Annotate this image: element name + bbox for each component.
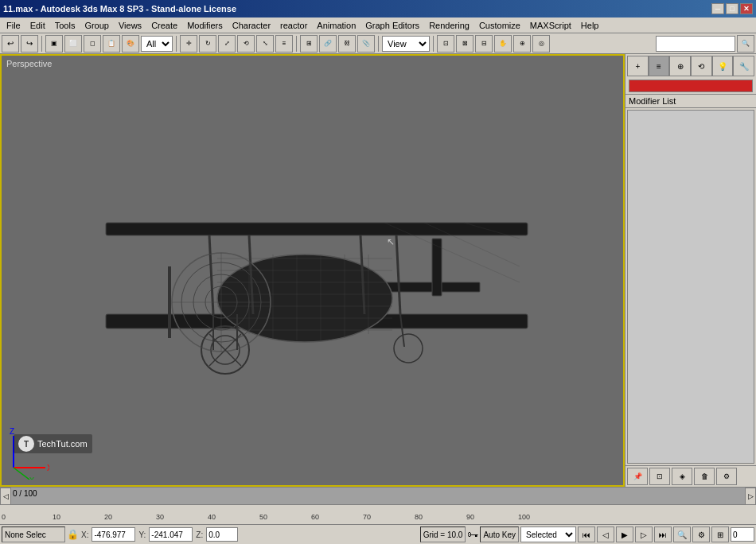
selection-status: None Selec [2, 527, 65, 542]
hierarchy-tab[interactable]: ⊕ [669, 56, 691, 76]
unlink-button[interactable]: ⛓ [338, 35, 356, 52]
menu-views[interactable]: Views [114, 19, 146, 32]
z-coordinate-input[interactable] [206, 527, 238, 542]
menu-create[interactable]: Create [146, 19, 182, 32]
title-bar: 11.max - Autodesk 3ds Max 8 SP3 - Stand-… [0, 0, 756, 17]
make-unique-button[interactable]: ◈ [672, 468, 692, 485]
create-tab[interactable]: + [627, 56, 649, 76]
search-button[interactable]: 🔍 [673, 527, 691, 542]
maximize-button[interactable]: □ [726, 3, 738, 14]
play-button[interactable]: ▶ [616, 527, 633, 542]
menu-file[interactable]: File [2, 19, 25, 32]
pin-stack-button[interactable]: 📌 [627, 468, 648, 485]
menu-customize[interactable]: Customize [474, 19, 525, 32]
settings-button[interactable]: ⚙ [692, 527, 710, 542]
menu-graph-editors[interactable]: Graph Editors [360, 19, 424, 32]
y-coordinate-input[interactable] [149, 527, 193, 542]
selected-dropdown[interactable]: Selected [520, 527, 576, 542]
menu-tools[interactable]: Tools [50, 19, 80, 32]
ruler-tick-100: 100 [518, 513, 530, 521]
select-scale-button[interactable]: ⟲ [237, 35, 255, 52]
color-row [625, 78, 756, 94]
select-button[interactable]: ▣ [45, 35, 63, 52]
menu-reactor[interactable]: reactor [275, 19, 312, 32]
utilities-tab[interactable]: 🔧 [733, 56, 754, 76]
grid-info: Grid = 10.0 [420, 527, 466, 542]
zoom-all-button[interactable]: ⊠ [456, 35, 473, 52]
prev-frame-button[interactable]: ◁ [597, 527, 614, 542]
watermark: T TechTut.com [14, 434, 92, 453]
zoom-region-button[interactable]: ⊟ [475, 35, 493, 52]
close-button[interactable]: ✕ [740, 3, 753, 14]
timeline-right-arrow[interactable]: ▷ [745, 488, 756, 505]
ruler-area: 0 10 20 30 40 50 60 70 80 90 100 [0, 505, 756, 523]
svg-text:X: X [47, 464, 49, 472]
ruler-tick-80: 80 [415, 513, 423, 521]
move-button[interactable]: ✛ [180, 35, 197, 52]
key-icon: 🗝 [467, 528, 478, 541]
modifier-list-area[interactable] [627, 110, 754, 464]
ruler-tick-60: 60 [311, 513, 319, 521]
minimize-button[interactable]: ─ [711, 3, 724, 14]
named-sel-button[interactable]: 🔍 [737, 35, 754, 52]
modify-tab[interactable]: ≡ [649, 56, 670, 76]
undo-button[interactable]: ↩ [2, 35, 19, 52]
frame-input[interactable] [731, 527, 754, 542]
svg-point-4 [217, 255, 392, 342]
align-button[interactable]: ≡ [275, 35, 293, 52]
toolbar-separator-4 [378, 36, 379, 52]
viewport[interactable]: Perspective [0, 54, 625, 487]
link-button[interactable]: 🔗 [319, 35, 337, 52]
select-name-button[interactable]: 📋 [103, 35, 120, 52]
extra-controls: 🔍 ⚙ ⊞ [673, 527, 729, 542]
motion-tab[interactable]: ⟲ [691, 56, 712, 76]
menu-character[interactable]: Character [228, 19, 275, 32]
menu-group[interactable]: Group [80, 19, 114, 32]
x-label: X: [80, 530, 90, 539]
menu-edit[interactable]: Edit [25, 19, 50, 32]
select-object-button[interactable]: ◻ [84, 35, 101, 52]
layout-button[interactable]: ⊞ [711, 527, 729, 542]
menu-maxscript[interactable]: MAXScript [525, 19, 576, 32]
show-end-result-button[interactable]: ⊡ [649, 468, 670, 485]
modifier-list-label[interactable]: Modifier List [625, 94, 756, 108]
timeline-left-arrow[interactable]: ◁ [0, 488, 11, 505]
field-of-view-button[interactable]: ◎ [532, 35, 550, 52]
scale-button[interactable]: ⤢ [218, 35, 236, 52]
rotate-button[interactable]: ↻ [199, 35, 216, 52]
toolbar-separator-2 [176, 36, 177, 52]
timeline-slider[interactable]: 0 / 100 [11, 488, 745, 504]
status-bar: None Selec 🔒 X: Y: Z: Grid = 10.0 🗝 Auto… [0, 524, 756, 544]
search-input[interactable] [656, 36, 735, 52]
ruler-tick-50: 50 [259, 513, 267, 521]
display-tab[interactable]: 💡 [712, 56, 734, 76]
bind-button[interactable]: 📎 [357, 35, 375, 52]
filter-dropdown[interactable]: All [141, 36, 173, 52]
pan-button[interactable]: ✋ [494, 35, 512, 52]
zoom-extents-button[interactable]: ⊡ [437, 35, 454, 52]
view-dropdown[interactable]: View [382, 36, 430, 52]
redo-button[interactable]: ↪ [21, 35, 38, 52]
color-swatch[interactable] [629, 80, 753, 92]
configure-button[interactable]: ⚙ [716, 468, 737, 485]
orbit-button[interactable]: ⊕ [513, 35, 531, 52]
lock-icon[interactable]: 🔒 [67, 527, 78, 542]
rewind-button[interactable]: ⏮ [578, 527, 595, 542]
menu-bar: File Edit Tools Group Views Create Modif… [0, 17, 756, 33]
menu-modifiers[interactable]: Modifiers [182, 19, 228, 32]
playback-controls: ⏮ ◁ ▶ ▷ ⏭ [578, 527, 672, 542]
menu-animation[interactable]: Animation [312, 19, 360, 32]
mirror-button[interactable]: ⤡ [256, 35, 274, 52]
menu-rendering[interactable]: Rendering [424, 19, 474, 32]
next-frame-button[interactable]: ▷ [635, 527, 653, 542]
right-tabs: + ≡ ⊕ ⟲ 💡 🔧 [625, 54, 756, 78]
title-bar-buttons: ─ □ ✕ [711, 3, 753, 14]
y-label: Y: [137, 530, 147, 539]
forward-button[interactable]: ⏭ [654, 527, 672, 542]
select-region-button[interactable]: ⬜ [64, 35, 82, 52]
remove-modifier-button[interactable]: 🗑 [694, 468, 715, 485]
layer-button[interactable]: ⊞ [300, 35, 318, 52]
x-coordinate-input[interactable] [92, 527, 135, 542]
select-color-button[interactable]: 🎨 [122, 35, 139, 52]
menu-help[interactable]: Help [576, 19, 604, 32]
